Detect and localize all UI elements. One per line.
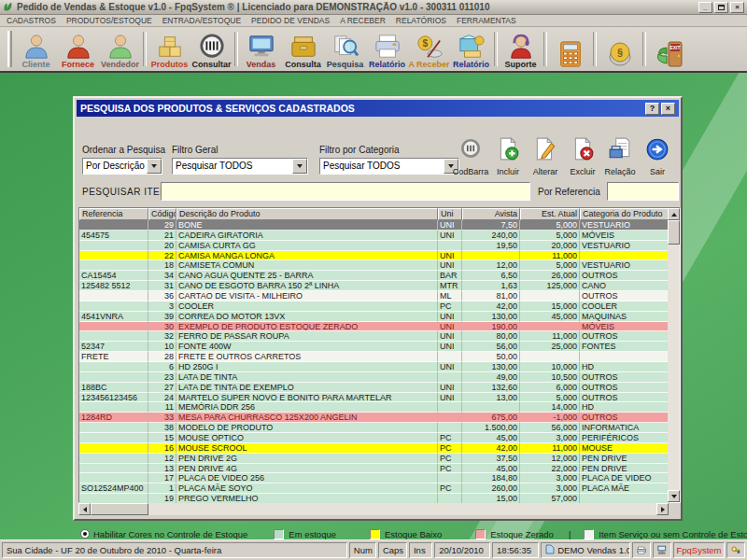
minimize-button[interactable]: _ bbox=[698, 2, 712, 13]
table-row[interactable]: 15 MOUSE OPTICO PC 45,00 3,000 PERIFÉRIC… bbox=[79, 433, 669, 443]
table-row[interactable]: 12 PEN DRIVE 2G PC 37,50 12,000 PEN DRIV… bbox=[79, 454, 669, 464]
table-row[interactable]: SO12524MP400 1 PLACA MÃE SOYO PC 260,00 … bbox=[79, 483, 669, 494]
cell-referencia bbox=[79, 331, 148, 342]
dialog-help-button[interactable]: ? bbox=[645, 103, 659, 115]
dialog-titlebar[interactable]: PESQUISA DOS PRODUTOS & SERVIÇOS CADASTR… bbox=[77, 100, 679, 117]
toolbar-button-cliente[interactable]: Cliente bbox=[15, 28, 57, 70]
menu-item-a-receber[interactable]: A RECEBER bbox=[340, 16, 386, 25]
filter-general-select[interactable]: Pesquisar TODOS bbox=[172, 158, 308, 175]
toolbar-button-exit[interactable]: EXIT bbox=[648, 28, 690, 70]
chevron-down-icon[interactable] bbox=[292, 159, 307, 174]
table-row[interactable]: 3 COOLER PC 42,00 15,000 COOLER bbox=[79, 301, 669, 312]
column-header-referencia[interactable]: Referencia bbox=[79, 208, 148, 220]
table-row[interactable]: 17 PLACA DE VIDEO 256 184,80 3,000 PLACA… bbox=[79, 473, 669, 483]
table-row[interactable]: 16 MOUSE SCROOL PC 42,00 11,000 MOUSE bbox=[79, 443, 669, 454]
menu-item-pedido-de-vendas[interactable]: PEDIDO DE VENDAS bbox=[251, 16, 330, 25]
table-row[interactable]: 22 CAMISA MANGA LONGA UNI 11,000 bbox=[79, 251, 669, 261]
restore-button[interactable] bbox=[714, 2, 728, 13]
vertical-scrollbar[interactable] bbox=[668, 208, 680, 502]
scroll-right-icon[interactable] bbox=[656, 503, 669, 515]
search-item-input[interactable] bbox=[161, 182, 530, 201]
table-row[interactable]: 1284RD 33 MESA PARA CHURRASCO 125X200 AN… bbox=[79, 413, 669, 423]
order-search-select[interactable]: Por Descrição bbox=[82, 158, 162, 175]
enable-colors-label: Habilitar Cores no Controle de Estoque bbox=[93, 529, 247, 539]
column-header-categoria[interactable]: Categoria do Produto bbox=[580, 208, 669, 220]
menu-item-cadastros[interactable]: CADASTROS bbox=[7, 16, 56, 25]
table-row[interactable]: 188BC 27 LATA DE TINTA DE EXEMPLO UNI 13… bbox=[79, 383, 669, 393]
status-printer-icon[interactable] bbox=[632, 542, 651, 558]
toolbar-button-coin[interactable]: § bbox=[599, 28, 641, 70]
table-row[interactable]: 52347 10 FONTE 400W UNI 56,00 25,000 FON… bbox=[79, 342, 669, 352]
menu-item-ferramentas[interactable]: FERRAMENTAS bbox=[457, 16, 516, 25]
column-header-est-atual[interactable]: Est. Atual bbox=[520, 208, 580, 220]
table-row[interactable]: 36 CARTAO DE VISITA - MILHEIRO ML 81,00 … bbox=[79, 291, 669, 301]
cell-est-atual: 56,000 bbox=[520, 423, 580, 433]
toolbar-button-suporte[interactable]: Suporte bbox=[500, 28, 542, 70]
incluir-button[interactable]: Incluir bbox=[489, 137, 527, 176]
cell-referencia bbox=[79, 372, 148, 383]
status-keys-icon[interactable] bbox=[726, 542, 745, 558]
cell-referencia bbox=[79, 322, 148, 332]
menu-item-produtos-estoque[interactable]: PRODUTOS/ESTOQUE bbox=[66, 16, 152, 25]
table-row[interactable]: 6 HD 250G I UNI 130,00 10,000 HD bbox=[79, 362, 669, 372]
table-row[interactable]: 32 FERRO DE PASSAR ROUPA UNI 80,00 11,00… bbox=[79, 331, 669, 342]
alterar-button[interactable]: Alterar bbox=[527, 137, 564, 176]
table-row[interactable]: 29 BONE UNI 7,50 5,000 VESTUARIO bbox=[79, 220, 669, 231]
column-header-descricao[interactable]: Descrição do Produto bbox=[176, 208, 438, 220]
toolbar-button-fornece[interactable]: Fornece bbox=[57, 28, 99, 70]
toolbar-button-consultar[interactable]: Consultar bbox=[190, 28, 233, 70]
menu-item-entrada-estoque[interactable]: ENTRADA/ESTOQUE bbox=[162, 16, 241, 25]
cell-est-atual: 11,000 bbox=[520, 443, 580, 454]
table-row[interactable]: FRETE 28 FRETE E OUTROS CARRETOS 50,00 bbox=[79, 352, 669, 362]
column-header-avista[interactable]: Avista bbox=[462, 208, 520, 220]
toolbar-button-pesquisa[interactable]: Pesquisa bbox=[324, 28, 366, 70]
table-row[interactable]: 30 EXEMPLO DE PRODUTO ESTOQUE ZERADO UNI… bbox=[79, 322, 669, 332]
toolbar-button-a-receber[interactable]: $ A Receber bbox=[408, 28, 450, 70]
dialog-close-button[interactable]: × bbox=[661, 103, 675, 115]
status-ins: Ins bbox=[409, 542, 432, 558]
table-row[interactable]: 4541VNRA 39 CORREA DO MOTOR 13VX UNI 130… bbox=[79, 312, 669, 322]
relacao-button[interactable]: Relação bbox=[601, 137, 639, 176]
window-titlebar: Pedido de Vendas & Estoque v1.0 - FpqSys… bbox=[0, 0, 747, 15]
table-row[interactable]: 11 MEMÓRIA DDR 256 14,000 HD bbox=[79, 402, 669, 413]
table-row[interactable]: 18 CAMISETA COMUN UNI 12,00 5,000 VESTUA… bbox=[79, 260, 669, 271]
by-reference-input[interactable] bbox=[607, 182, 679, 201]
excluir-button[interactable]: Excluir bbox=[564, 137, 601, 176]
status-computer-icon[interactable] bbox=[653, 542, 671, 558]
table-body: 29 BONE UNI 7,50 5,000 VESTUARIO 454575 … bbox=[79, 220, 669, 504]
table-row[interactable]: 13 PEN DRIVE 4G PC 45,00 22,000 PEN DRIV… bbox=[79, 464, 669, 474]
table-row[interactable]: 123456123456 24 MARTELO SUPER NOVO E BON… bbox=[79, 393, 669, 403]
scroll-up-icon[interactable] bbox=[668, 208, 680, 220]
cell-avista: 49,00 bbox=[462, 372, 520, 383]
toolbar-button-vendas[interactable]: Vendas bbox=[240, 28, 282, 70]
column-header-codigo[interactable]: Código bbox=[148, 208, 176, 220]
menu-item-relat-rios[interactable]: RELATÓRIOS bbox=[396, 16, 446, 25]
scroll-down-icon[interactable] bbox=[668, 490, 680, 502]
enable-colors-radio[interactable]: Habilitar Cores no Controle de Estoque bbox=[80, 529, 247, 539]
table-row[interactable]: 125482 5512 31 CANO DE ESGOTO BARRA 150 … bbox=[79, 281, 669, 291]
cell-uni: PC bbox=[438, 443, 462, 454]
table-row[interactable]: 23 LATA DE TINTA 49,00 10,500 OUTROS bbox=[79, 372, 669, 383]
table-row[interactable]: 38 MODELO DE PRODUTO 1.500,00 56,000 INF… bbox=[79, 423, 669, 433]
column-header-uni[interactable]: Uni bbox=[438, 208, 462, 220]
toolbar-button-vendedor[interactable]: Vendedor bbox=[99, 28, 141, 70]
chevron-down-icon[interactable] bbox=[147, 159, 162, 174]
toolbar-button-consulta[interactable]: Consulta bbox=[282, 28, 324, 70]
codbarra-button[interactable]: CodBarra bbox=[452, 137, 489, 176]
cell-descricao: EXEMPLO DE PRODUTO ESTOQUE ZERADO bbox=[176, 322, 438, 332]
toolbar-button-relatorio-receber[interactable]: Relatório bbox=[450, 28, 492, 70]
toolbar-button-calculator[interactable] bbox=[549, 28, 591, 70]
filter-category-select[interactable]: Pesquisar TODOS bbox=[319, 158, 459, 175]
scroll-left-icon[interactable] bbox=[78, 503, 91, 515]
table-row[interactable]: 20 CAMISA CURTA GG 19,50 20,000 VESTUARI… bbox=[79, 241, 669, 251]
toolbar-button-produtos[interactable]: Produtos bbox=[148, 28, 190, 70]
sair-button[interactable]: Sair bbox=[639, 137, 676, 176]
table-row[interactable]: 454575 21 CADEIRA GIRATORIA UNI 240,00 5… bbox=[79, 231, 669, 241]
close-button[interactable]: × bbox=[730, 2, 744, 13]
toolbar-button-relatorio[interactable]: Relatório bbox=[366, 28, 408, 70]
cell-referencia bbox=[79, 433, 148, 443]
table-row[interactable]: CA15454 34 CANO AGUA QUENTE 25 - BARRA B… bbox=[79, 271, 669, 281]
horizontal-scroll-thumb[interactable] bbox=[91, 503, 148, 515]
vertical-scroll-thumb[interactable] bbox=[668, 220, 680, 245]
horizontal-scrollbar[interactable] bbox=[78, 503, 669, 515]
